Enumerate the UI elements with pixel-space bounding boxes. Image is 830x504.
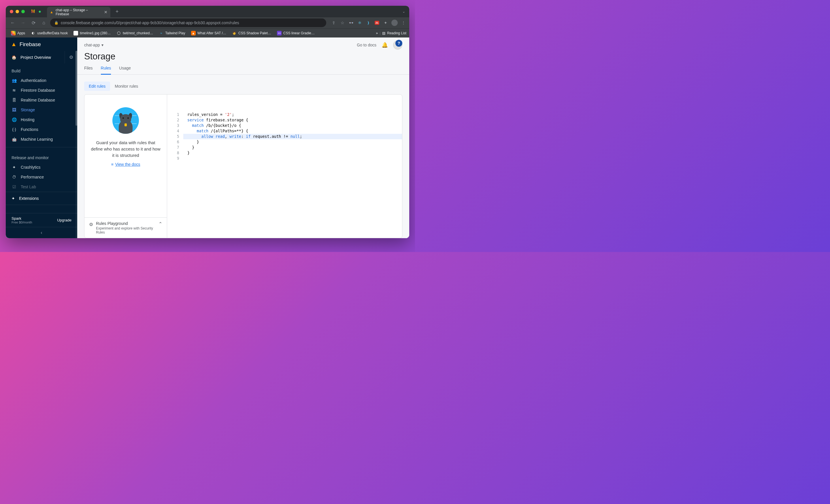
extensions-icon[interactable]: ✦ [383,20,388,26]
react-devtools-icon[interactable]: ⚛ [357,20,362,26]
sidebar-item-test-lab[interactable]: ☑Test Lab [6,182,77,192]
forward-button[interactable]: → [19,20,27,25]
code-area[interactable]: rules_version = '2';service firebase.sto… [183,112,402,238]
line-gutter: 123456789 [167,112,183,238]
browser-window: M ● ▲ chat-app – Storage – Firebase ✕ + … [6,6,409,238]
tab-files[interactable]: Files [84,66,93,74]
sidebar-item-crashlytics[interactable]: ✦Crashlytics [6,162,77,172]
pinned-tabs: M ● [31,9,41,14]
bookmark-item[interactable]: ◐useBufferData hook [29,30,70,37]
bookmark-item[interactable]: ≈Tailwind Play [157,30,187,37]
project-selector[interactable]: chat-app ▾ [84,43,103,47]
back-button[interactable]: ← [9,20,17,25]
guard-dog-illustration [113,107,139,134]
tab-usage[interactable]: Usage [119,66,131,74]
menu-icon[interactable]: ⋮ [401,20,406,26]
home-icon: 🏠 [11,55,17,60]
close-window[interactable] [10,10,13,13]
notifications-icon[interactable]: 🔔 [382,42,388,48]
sidebar-icon: ⏱ [11,175,17,179]
firebase-brand[interactable]: ▲ Firebase [6,37,77,51]
subtab-monitor-rules[interactable]: Monitor rules [110,82,143,91]
dropdown-icon: ▾ [101,43,103,47]
gmail-icon[interactable]: M [31,9,35,14]
upgrade-button[interactable]: Upgrade [57,218,71,222]
sidebar-item-storage[interactable]: 🖼Storage [6,105,77,115]
url-text: console.firebase.google.com/u/0/project/… [61,21,239,25]
plan-name: Spark [11,216,32,221]
docs-icon: ≡ [111,162,113,167]
titlebar: M ● ▲ chat-app – Storage – Firebase ✕ + … [6,6,409,17]
firebase-favicon: ▲ [50,10,53,14]
lock-icon: 🔒 [54,21,59,25]
sidebar-item-realtime-database[interactable]: 🗄Realtime Database [6,95,77,105]
close-tab-icon[interactable]: ✕ [104,10,107,14]
reading-list-icon: ▤ [382,31,385,35]
maximize-window[interactable] [21,10,25,13]
new-tab-button[interactable]: + [116,9,119,15]
sidebar-item-extensions[interactable]: ✦ Extensions [6,192,77,205]
reload-button[interactable]: ⟳ [29,20,37,26]
help-icon[interactable]: ? [395,40,402,47]
extension-icon[interactable]: 👓 [348,20,354,26]
main-content: chat-app ▾ Go to docs 🔔 Storage ? Files … [77,37,409,238]
tune-icon: ⚙ [89,222,93,227]
sidebar-item-hosting[interactable]: 🌐Hosting [6,115,77,125]
subtab-edit-rules[interactable]: Edit rules [84,82,110,91]
browser-tab[interactable]: ▲ chat-app – Storage – Firebase ✕ [47,7,110,17]
profile-avatar[interactable] [391,20,398,26]
bookmark-item[interactable]: timeline1.jpg (280… [71,30,113,37]
home-button[interactable]: ⌂ [40,20,48,25]
bookmark-item[interactable]: ◯twit/rest_chunked… [114,30,155,37]
ublock-icon[interactable]: 21 [374,20,380,26]
reading-list[interactable]: Reading List [387,31,406,35]
rules-playground-toggle[interactable]: ⚙ Rules Playground Experiment and explor… [85,217,167,238]
address-bar[interactable]: 🔒 console.firebase.google.com/u/0/projec… [50,19,326,27]
window-controls [10,10,25,13]
info-text: Guard your data with rules that define w… [90,139,161,158]
go-to-docs-link[interactable]: Go to docs [357,43,376,47]
extensions-icon: ✦ [11,196,15,201]
whatsapp-icon[interactable]: ● [38,9,41,14]
sidebar-item-authentication[interactable]: 👥Authentication [6,75,77,85]
bookmark-item[interactable]: ▭CSS linear Gradie… [275,30,317,37]
firebase-logo-icon: ▲ [11,41,17,48]
bookmark-item[interactable]: ▲What After SAT /… [189,30,228,37]
sidebar-item-performance[interactable]: ⏱Performance [6,172,77,182]
sidebar-item-firestore-database[interactable]: ≋Firestore Database [6,85,77,95]
tabs-dropdown-icon[interactable]: ⌄ [402,9,405,13]
toolbar-actions: ⇪ ☆ 👓 ⚛ ⦘ 21 ✦ ⋮ [331,20,406,26]
view-docs-link[interactable]: ≡ View the docs [111,162,140,167]
sidebar-icon: 🌐 [11,117,17,122]
rules-panel: Guard your data with rules that define w… [84,94,402,238]
sidebar-icon: 🤖 [11,137,17,141]
sidebar-item-functions[interactable]: (·)Functions [6,125,77,134]
plan-sub: Free $0/month [11,221,32,224]
bookmark-item[interactable]: 🧑CSS Shadow Palet… [230,30,274,37]
storage-tabs: Files Rules Usage [77,62,409,75]
rules-subtabs: Edit rules Monitor rules [77,75,409,94]
firebase-console: ▲ Firebase 🏠 Project Overview ⚙ Build 👥A… [6,37,409,238]
build-section-header: Build [6,63,77,75]
plan-card: Spark Free $0/month Upgrade [6,213,77,227]
chevron-up-icon: ⌃ [159,221,162,227]
tab-rules[interactable]: Rules [101,66,111,75]
bookmark-apps[interactable]: ⠿Apps [9,30,27,37]
bookmarks-bar: ⠿Apps ◐useBufferData hook timeline1.jpg … [6,28,409,37]
sidebar-icon: (·) [11,127,17,132]
sidebar-icon: 🖼 [11,107,17,112]
share-icon[interactable]: ⇪ [331,20,337,26]
browser-toolbar: ← → ⟳ ⌂ 🔒 console.firebase.google.com/u/… [6,17,409,28]
sidebar: ▲ Firebase 🏠 Project Overview ⚙ Build 👥A… [6,37,77,238]
code-editor[interactable]: 123456789 rules_version = '2';service fi… [167,95,402,238]
project-overview[interactable]: 🏠 Project Overview [6,52,65,63]
collapse-sidebar-icon[interactable]: ‹ [6,227,77,238]
sidebar-item-machine-learning[interactable]: 🤖Machine Learning [6,134,77,144]
sidebar-icon: ☑ [11,185,17,189]
sidebar-icon: ≋ [11,88,17,93]
extension-icon-2[interactable]: ⦘ [365,20,371,26]
bookmarks-more[interactable]: » [376,31,378,35]
bookmark-star-icon[interactable]: ☆ [340,20,345,26]
sidebar-scrollbar[interactable] [75,51,77,238]
minimize-window[interactable] [15,10,19,13]
